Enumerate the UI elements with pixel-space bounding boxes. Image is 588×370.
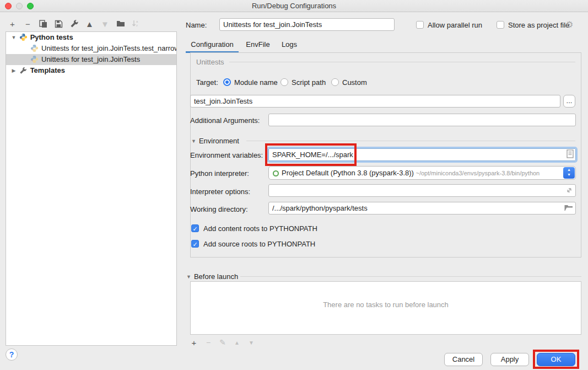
conda-env-icon [273,170,279,176]
name-input[interactable] [219,18,395,31]
tab-envfile[interactable]: EnvFile [242,37,273,52]
module-name-input[interactable] [190,95,560,108]
remove-task-icon: − [204,338,212,347]
new-folder-icon[interactable] [116,19,125,29]
tree-item-python-tests[interactable]: ▼ Python tests [6,32,176,43]
add-task-icon[interactable]: + [190,338,198,347]
edit-task-icon: ✎ [219,338,226,347]
environment-section-label: Environment [199,137,239,145]
add-source-roots-checkbox[interactable]: ✓ [191,240,199,248]
radio-script-path-label: Script path [292,78,326,87]
interpreter-value: Project Default (Python 3.8 (pyspark-3.8… [282,169,414,177]
copy-configuration-icon[interactable] [39,19,48,29]
tab-logs[interactable]: Logs [277,37,301,52]
chevron-expanded-icon[interactable]: ▼ [10,32,17,43]
gear-icon[interactable]: ⚙ [565,20,573,29]
python-tests-icon [19,33,28,42]
before-launch-task-list: There are no tasks to run before launch [190,281,581,335]
edit-templates-icon[interactable] [69,19,79,29]
svg-text:z: z [136,24,138,27]
cancel-button[interactable]: Cancel [444,353,483,366]
target-label: Target: [196,78,218,87]
environment-section-header[interactable]: ▼Environment [191,137,239,145]
additional-arguments-label: Additional Arguments: [190,116,260,125]
before-launch-empty-text: There are no tasks to run before launch [191,301,581,309]
allow-parallel-run-checkbox[interactable] [416,21,424,29]
python-test-icon [30,44,39,53]
remove-configuration-icon[interactable]: − [23,19,33,29]
allow-parallel-run-label: Allow parallel run [428,21,482,29]
interpreter-path: ~/opt/miniconda3/envs/pyspark-3.8/bin/py… [416,170,540,176]
chevron-expanded-icon: ▼ [186,274,191,280]
tree-item-label: Python tests [30,33,73,41]
folder-browse-icon[interactable] [564,204,573,213]
add-configuration-icon[interactable]: + [8,19,17,29]
sort-alphabetically-icon: az [131,19,141,29]
templates-wrench-icon [19,67,28,76]
tree-item-templates[interactable]: ▶ Templates [6,65,176,76]
dropdown-stepper-icon[interactable]: ▲▼ [563,167,575,179]
move-task-up-icon: ▲ [233,340,241,346]
python-test-icon [30,55,39,64]
tree-item-unittests-jointests-selected[interactable]: Unittests for test_join.JoinTests [6,54,176,65]
unittests-group-title: Unittests [196,58,224,66]
python-interpreter-select[interactable]: Project Default (Python 3.8 (pyspark-3.8… [268,166,576,180]
configurations-tree: ▼ Python tests Unittests for test_join.J… [6,31,177,346]
add-content-roots-checkbox[interactable]: ✓ [191,224,199,232]
store-as-project-file-label: Store as project file [508,21,569,29]
working-directory-label: Working directory: [190,205,248,213]
add-content-roots-label: Add content roots to PYTHONPATH [203,224,317,233]
interpreter-options-input[interactable] [268,184,576,197]
move-up-icon[interactable]: ▲ [85,19,94,29]
store-as-project-file-checkbox[interactable] [497,21,504,29]
expand-field-icon[interactable] [565,186,573,196]
run-debug-configurations-dialog: Run/Debug Configurations + − ▲ ▼ az ▼ Py… [0,0,588,370]
ok-red-annotation [533,350,579,369]
before-launch-label: Before launch [194,272,238,281]
chevron-expanded-icon: ▼ [191,138,196,144]
env-vars-list-icon[interactable] [567,149,574,160]
window-title: Run/Debug Configurations [0,2,588,10]
apply-button[interactable]: Apply [490,353,529,366]
additional-arguments-input[interactable] [268,114,576,126]
python-interpreter-label: Python interpreter: [190,169,249,178]
name-label: Name: [186,21,207,29]
tree-item-label: Unittests for test_join.JoinTests.test_n… [41,44,176,52]
before-launch-separator [240,276,581,277]
move-task-down-icon: ▼ [247,340,255,346]
tree-item-label: Unittests for test_join.JoinTests [41,55,140,63]
environment-separator [246,141,575,141]
interpreter-options-label: Interpreter options: [190,187,250,196]
radio-script-path[interactable] [280,78,288,86]
radio-custom[interactable] [331,78,339,86]
tab-configuration[interactable]: Configuration [186,37,239,52]
radio-custom-label: Custom [342,78,367,87]
add-source-roots-label: Add source roots to PYTHONPATH [203,240,315,248]
working-directory-input[interactable] [268,202,576,215]
tree-item-label: Templates [30,66,65,74]
environment-variables-label: Environment variables: [190,151,263,159]
move-down-icon: ▼ [100,19,110,29]
save-configuration-icon[interactable] [54,19,63,29]
env-vars-red-annotation [265,143,357,166]
before-launch-section-header[interactable]: ▼Before launch [186,272,238,281]
configurations-toolbar: + − ▲ ▼ az [8,18,141,29]
radio-module-name[interactable] [223,78,231,86]
group-title-separator [229,62,575,62]
radio-module-name-label: Module name [234,78,278,87]
tree-item-unittests-test-narrow[interactable]: Unittests for test_join.JoinTests.test_n… [6,43,176,54]
svg-text:a: a [136,20,138,23]
chevron-collapsed-icon[interactable]: ▶ [10,65,17,76]
before-launch-toolbar: + − ✎ ▲ ▼ [190,337,255,347]
title-bar: Run/Debug Configurations [0,0,588,12]
browse-module-button[interactable]: ... [563,95,575,108]
help-button[interactable]: ? [6,348,18,361]
